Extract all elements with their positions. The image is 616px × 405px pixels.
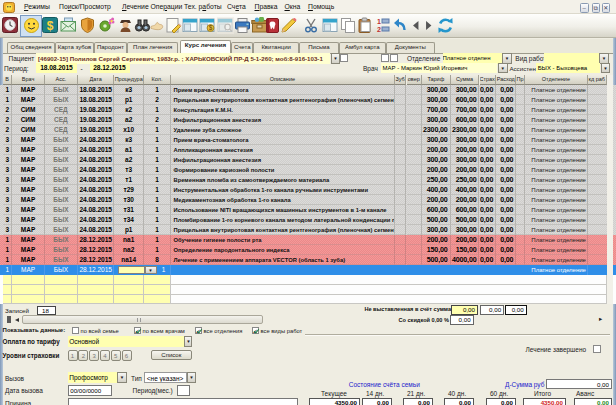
svg-text:2: 2 <box>377 26 381 33</box>
svg-text:$: $ <box>209 24 213 32</box>
svg-text:$: $ <box>47 19 54 33</box>
svg-text:1: 1 <box>377 18 381 25</box>
